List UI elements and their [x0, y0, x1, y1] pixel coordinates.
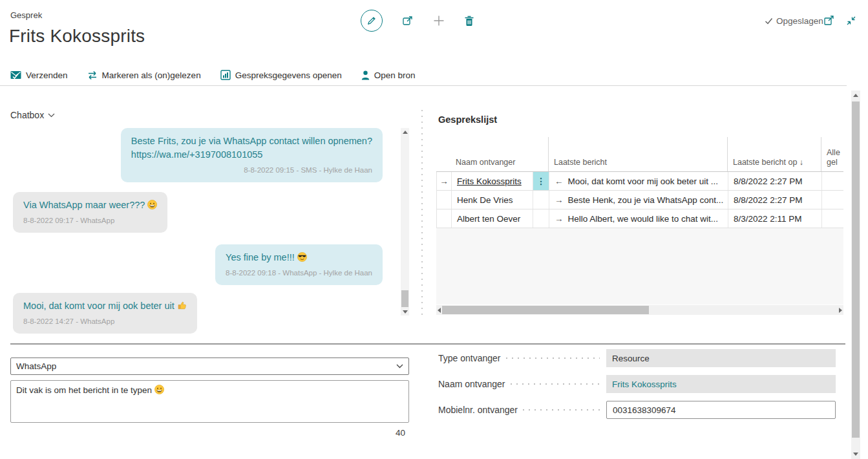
add-button[interactable] [433, 15, 445, 27]
table-row[interactable]: →Frits Kokossprits⋮←Mooi, dat komt voor … [437, 172, 843, 191]
table-empty-area [436, 228, 843, 304]
panel-separator [421, 110, 423, 317]
cell-naam-ontvanger[interactable]: Albert ten Oever [451, 209, 533, 228]
chevron-down-icon [396, 364, 403, 368]
row-options-icon[interactable]: ⋮ [533, 172, 549, 190]
edit-button[interactable] [361, 10, 383, 32]
column-header-datum[interactable]: Laatste bericht op ↓ [727, 137, 821, 171]
cell-naam-ontvanger[interactable]: Frits Kokossprits [451, 172, 533, 190]
delete-button[interactable] [464, 15, 474, 27]
field-row: Type ontvangerResource [438, 349, 836, 367]
action-label: Verzenden [26, 70, 68, 80]
chat-bubble-incoming: Via WhatsApp maar weer???8-8-2022 09:17 … [13, 192, 167, 233]
breadcrumb: Gesprek [10, 10, 42, 20]
statistics-icon [220, 70, 231, 80]
action-gespreksgegevens[interactable]: Gespreksgegevens openen [220, 70, 342, 80]
row-options-icon[interactable] [533, 191, 549, 209]
chat-scrollbar-thumb[interactable] [401, 290, 408, 307]
dotted-leader [511, 383, 600, 385]
scroll-right-icon[interactable] [839, 308, 842, 313]
send-envelope-icon [10, 70, 21, 80]
trash-icon [464, 15, 474, 27]
action-markeren[interactable]: Markeren als (on)gelezen [87, 70, 201, 80]
header-options [532, 137, 548, 171]
action-verzenden[interactable]: Verzenden [10, 70, 68, 80]
chat-bubble-outgoing: Yes fine by me!!!8-8-2022 09:18 - WhatsA… [215, 244, 383, 285]
save-status-label: Opgeslagen [776, 16, 823, 26]
chat-message-text: https://wa.me/+3197008101055 [131, 148, 372, 162]
cell-laatste-bericht-op[interactable]: 8/8/2022 2:27 PM [728, 172, 821, 190]
action-label: Markeren als (on)gelezen [102, 70, 201, 80]
table-row[interactable]: Albert ten Oever→Hello Albert, we would … [437, 209, 843, 228]
chatbox-label: Chatbox [10, 110, 44, 120]
char-count: 40 [378, 428, 405, 438]
outgoing-arrow-icon: → [555, 214, 564, 224]
conversation-table: →Frits Kokossprits⋮←Mooi, dat komt voor … [436, 172, 843, 228]
cell-laatste-bericht[interactable]: ←Mooi, dat komt voor mij ook beter uit .… [549, 172, 728, 190]
section-divider [10, 343, 845, 345]
field-label: Mobielnr. ontvanger [438, 405, 518, 415]
cell-alle-gelezen[interactable] [821, 172, 844, 190]
emoji-grin-icon [147, 200, 157, 209]
scroll-up-icon[interactable] [403, 131, 408, 134]
action-open-bron[interactable]: Open bron [361, 70, 416, 80]
cell-alle-gelezen[interactable] [821, 209, 844, 228]
chat-message-text: Beste Frits, zou je via WhatsApp contact… [131, 134, 372, 148]
active-row-indicator: → [437, 172, 451, 190]
field-value-link[interactable]: Frits Kokossprits [606, 375, 836, 393]
share-button[interactable] [402, 15, 414, 27]
chat-message-meta: 8-8-2022 14:27 - WhatsApp [23, 315, 187, 328]
column-header-naam[interactable]: Naam ontvanger [450, 137, 532, 171]
table-row[interactable]: Henk De Vries→Beste Henk, zou je via Wha… [437, 191, 843, 209]
cell-naam-ontvanger[interactable]: Henk De Vries [451, 191, 533, 209]
header-row-indicator [436, 137, 450, 171]
chat-bubble-outgoing: Beste Frits, zou je via WhatsApp contact… [121, 128, 383, 182]
cell-laatste-bericht[interactable]: →Hello Albert, we would like to chat wit… [549, 209, 728, 228]
chat-message-meta: 8-8-2022 09:18 - WhatsApp - Hylke de Haa… [226, 266, 372, 280]
field-value-input[interactable] [606, 401, 836, 419]
page-scrollbar[interactable] [851, 91, 860, 459]
table-horizontal-scrollbar[interactable] [436, 305, 843, 315]
popout-button[interactable] [823, 15, 834, 26]
mobielnr-input[interactable] [613, 405, 829, 415]
chevron-down-icon [48, 113, 55, 118]
chat-scrollbar[interactable] [401, 128, 409, 315]
swap-arrows-icon [87, 70, 98, 80]
chat-message-text: Mooi, dat komt voor mij ook beter uit [23, 299, 187, 313]
action-bar: Verzenden Markeren als (on)gelezen Gespr… [0, 65, 847, 86]
column-header-bericht[interactable]: Laatste bericht [548, 137, 727, 171]
save-status: Opgeslagen [765, 16, 823, 26]
cell-laatste-bericht[interactable]: →Beste Henk, zou je via WhatsApp cont... [549, 191, 728, 209]
channel-select[interactable]: WhatsApp [10, 358, 409, 375]
chatbox-section-header[interactable]: Chatbox [10, 110, 55, 120]
record-toolbar [361, 9, 474, 32]
scroll-down-icon[interactable] [403, 310, 408, 314]
chat-message-text: Yes fine by me!!! [226, 251, 372, 264]
chat-message-text: Via WhatsApp maar weer??? [23, 198, 157, 212]
check-icon [765, 17, 773, 25]
scroll-left-icon[interactable] [438, 308, 441, 313]
chat-message-meta: 8-8-2022 09:15 - SMS - Hylke de Haan [131, 164, 372, 177]
message-input[interactable]: Dit vak is om het bericht in te typen [10, 380, 409, 423]
active-row-indicator [437, 209, 451, 228]
cell-alle-gelezen[interactable] [821, 191, 844, 209]
emoji-grin-icon [154, 385, 164, 394]
page-scrollbar-thumb[interactable] [852, 101, 860, 438]
scroll-up-icon[interactable] [853, 94, 858, 97]
column-header-alle-gelezen[interactable]: Alle gel [821, 137, 843, 171]
field-row: Naam ontvangerFrits Kokossprits [438, 375, 836, 393]
table-scrollbar-thumb[interactable] [442, 306, 649, 314]
row-options-icon[interactable] [533, 209, 549, 228]
plus-icon [433, 15, 445, 27]
page-title: Frits Kokossprits [9, 26, 145, 47]
cell-laatste-bericht-op[interactable]: 8/3/2022 2:11 PM [728, 209, 821, 228]
scroll-down-icon[interactable] [853, 453, 858, 456]
action-label: Open bron [374, 70, 416, 80]
pencil-icon [366, 16, 377, 26]
chat-message-meta: 8-8-2022 09:17 - WhatsApp [23, 214, 157, 228]
field-label: Type ontvanger [438, 353, 501, 363]
cell-laatste-bericht-op[interactable]: 8/8/2022 2:27 PM [728, 191, 821, 209]
detail-fields: Type ontvangerResourceNaam ontvangerFrit… [438, 349, 836, 419]
chat-message-list: Beste Frits, zou je via WhatsApp contact… [10, 128, 383, 334]
collapse-button[interactable] [846, 16, 856, 26]
